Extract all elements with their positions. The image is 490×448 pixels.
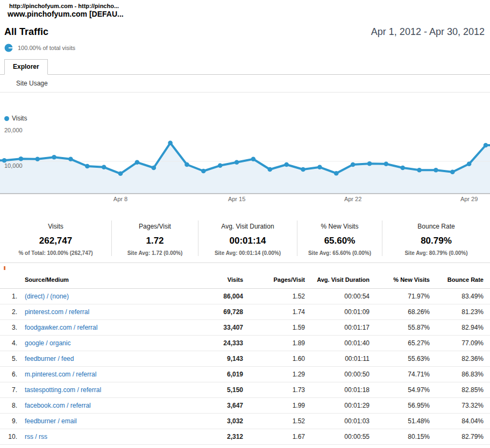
data-point [450, 170, 455, 175]
header-source-medium[interactable]: Source/Medium [25, 276, 203, 283]
source-medium-link[interactable]: m.pinterest.com / referral [25, 371, 203, 378]
header-visits[interactable]: Visits [203, 276, 243, 283]
metrics-summary-row: Visits 262,747 % of Total: 100.00% (262,… [0, 217, 490, 263]
cell-avg-visit-duration: 00:01:18 [305, 386, 370, 394]
data-point [384, 162, 389, 167]
cell-pct-new-visits: 56.95% [370, 402, 430, 409]
x-axis-tick-label: Apr 22 [344, 196, 361, 202]
x-axis-tick-label: Apr 29 [460, 196, 478, 202]
metric-bounce-rate: Bounce Rate 80.79% Site Avg: 80.79% (0.0… [382, 221, 490, 256]
source-medium-link[interactable]: feedburner / email [25, 417, 203, 425]
cell-bounce-rate: 84.04% [430, 417, 484, 425]
cell-pct-new-visits: 65.27% [370, 339, 430, 347]
data-point [184, 162, 189, 167]
data-point [467, 162, 472, 167]
cell-visits: 6,019 [203, 371, 243, 378]
source-medium-link[interactable]: tastespotting.com / referral [25, 386, 203, 394]
cell-avg-visit-duration: 00:00:50 [305, 371, 370, 378]
cell-bounce-rate: 82.79% [430, 433, 484, 440]
table-row: 6.m.pinterest.com / referral6,0191.2900:… [0, 367, 490, 382]
cell-pages-per-visit: 1.59 [243, 324, 305, 331]
data-point [68, 157, 73, 162]
cell-pct-new-visits: 74.71% [370, 371, 430, 378]
cell-pages-per-visit: 1.99 [243, 402, 305, 409]
row-rank: 1. [0, 293, 25, 300]
segment-label: 100.00% of total visits [18, 45, 75, 51]
metric-subtitle: Site Avg: 65.60% (0.00%) [297, 250, 382, 256]
cell-pages-per-visit: 1.52 [243, 417, 305, 425]
segment-pie-icon [4, 44, 13, 52]
metric-value: 65.60% [297, 236, 382, 246]
row-rank: 10. [0, 433, 25, 440]
cell-pct-new-visits: 71.97% [370, 293, 430, 300]
sources-table: Source/Medium Visits Pages/Visit Avg. Vi… [0, 271, 490, 445]
data-point [367, 161, 372, 166]
cell-bounce-rate: 73.32% [430, 402, 484, 409]
source-medium-link[interactable]: feedburner / feed [25, 355, 203, 362]
header-bounce-rate[interactable]: Bounce Rate [430, 276, 484, 283]
row-rank: 4. [0, 339, 25, 347]
y-axis-tick-label: 10,000 [4, 162, 23, 169]
metric-label: Pages/Visit [112, 223, 198, 230]
row-rank: 2. [0, 308, 25, 316]
segment-row[interactable]: 100.00% of total visits [0, 38, 490, 52]
legend-label-visits: Visits [12, 115, 27, 122]
metric-subtitle: Site Avg: 00:01:14 (0.00%) [198, 250, 297, 256]
metric-label: Avg. Visit Duration [198, 223, 297, 230]
metric-label: Bounce Rate [382, 223, 490, 230]
metric-label: Visits [0, 223, 111, 230]
metric-subtitle: % of Total: 100.00% (262,747) [0, 250, 111, 256]
visits-chart-section: Visits 20,00010,000Apr 8Apr 15Apr 22Apr … [0, 114, 490, 203]
table-row: 4.google / organic24,3331.8900:01:4065.2… [0, 336, 490, 351]
metric-value: 1.72 [112, 236, 198, 246]
cell-visits: 9,143 [203, 355, 243, 362]
data-point [19, 157, 24, 161]
source-medium-link[interactable]: (direct) / (none) [25, 293, 203, 300]
cell-avg-visit-duration: 00:01:29 [305, 402, 370, 409]
data-point [417, 168, 422, 173]
cell-pages-per-visit: 1.67 [243, 433, 305, 440]
cell-pct-new-visits: 54.97% [370, 386, 430, 394]
data-point [35, 157, 40, 162]
tab-explorer[interactable]: Explorer [4, 59, 48, 75]
metric-value: 00:01:14 [198, 236, 297, 246]
source-medium-link[interactable]: pinterest.com / referral [25, 308, 203, 316]
cell-visits: 2,312 [203, 433, 243, 440]
header-pct-new-visits[interactable]: % New Visits [370, 276, 430, 283]
cell-visits: 3,647 [203, 402, 243, 409]
cell-bounce-rate: 83.49% [430, 293, 484, 300]
cell-pages-per-visit: 1.89 [243, 339, 305, 347]
row-rank: 7. [0, 386, 25, 394]
source-medium-link[interactable]: google / organic [25, 339, 203, 347]
window-title-line1: http://pinchofyum.com - http://pincho... [9, 3, 490, 9]
source-medium-link[interactable]: foodgawker.com / referral [25, 324, 203, 331]
cell-pct-new-visits: 68.26% [370, 308, 430, 316]
cell-pct-new-visits: 80.15% [370, 433, 430, 440]
header-pages-per-visit[interactable]: Pages/Visit [243, 276, 305, 283]
cell-pages-per-visit: 1.52 [243, 293, 305, 300]
cell-bounce-rate: 82.94% [430, 324, 484, 331]
cell-bounce-rate: 82.36% [430, 355, 484, 362]
metric-label: % New Visits [297, 223, 382, 230]
cell-pct-new-visits: 51.48% [370, 417, 430, 425]
cell-pct-new-visits: 55.63% [370, 355, 430, 362]
data-point [2, 158, 7, 163]
cell-pages-per-visit: 1.74 [243, 308, 305, 316]
source-medium-link[interactable]: facebook.com / referral [25, 402, 203, 409]
row-rank: 8. [0, 402, 25, 409]
source-medium-link[interactable]: rss / rss [25, 433, 203, 440]
tab-bar: Explorer [0, 59, 490, 75]
header-avg-visit-duration[interactable]: Avg. Visit Duration [305, 276, 370, 283]
cell-bounce-rate: 81.23% [430, 308, 484, 316]
metric-subtitle: Site Avg: 80.79% (0.00%) [382, 250, 490, 256]
data-point [284, 162, 289, 167]
metric-subtitle: Site Avg: 1.72 (0.00%) [112, 250, 198, 256]
cell-visits: 5,150 [203, 386, 243, 394]
subtab-site-usage[interactable]: Site Usage [0, 75, 490, 93]
date-range-selector[interactable]: Apr 1, 2012 - Apr 30, 2012 [371, 26, 485, 38]
table-body: 1.(direct) / (none)86,0041.5200:00:5471.… [0, 289, 490, 445]
cell-bounce-rate: 82.85% [430, 386, 484, 394]
metric-value: 262,747 [0, 236, 111, 246]
visits-line-chart[interactable]: 20,00010,000Apr 8Apr 15Apr 22Apr 29 [0, 124, 490, 203]
data-point [218, 163, 223, 168]
